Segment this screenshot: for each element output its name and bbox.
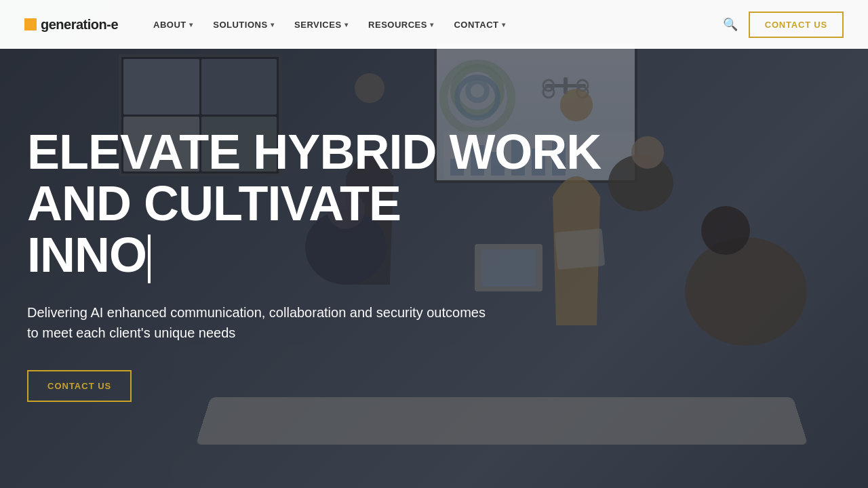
nav-links: ABOUT ▾ SOLUTIONS ▾ SERVICES ▾ RESOURCES… [145,14,723,35]
chevron-down-icon: ▾ [344,21,349,28]
hero-contact-us-button[interactable]: CONTACT US [27,370,132,402]
nav-contact-us-button[interactable]: CONTACT US [749,12,844,38]
nav-item-contact[interactable]: CONTACT ▾ [446,14,513,35]
hero-headline: ELEVATE HYBRID WORK AND CULTIVATE INNO [27,127,637,283]
navbar: generation-e ABOUT ▾ SOLUTIONS ▾ SERVICE… [0,0,868,49]
chevron-down-icon: ▾ [189,21,193,28]
nav-item-about[interactable]: ABOUT ▾ [145,14,201,35]
chevron-down-icon: ▾ [502,21,506,28]
search-icon[interactable]: 🔍 [723,17,738,32]
logo-text: generation-e [41,17,118,33]
nav-item-services[interactable]: SERVICES ▾ [286,14,356,35]
chevron-down-icon: ▾ [430,21,434,28]
logo-square [24,18,37,30]
hero-content: ELEVATE HYBRID WORK AND CULTIVATE INNO D… [0,0,868,488]
chevron-down-icon: ▾ [271,21,275,28]
logo[interactable]: generation-e [24,17,118,33]
nav-item-resources[interactable]: RESOURCES ▾ [360,14,441,35]
text-cursor [148,235,151,283]
nav-right: 🔍 CONTACT US [723,12,844,38]
hero-section: generation-e ABOUT ▾ SOLUTIONS ▾ SERVICE… [0,0,868,488]
hero-subtitle: Delivering AI enhanced communication, co… [27,302,488,343]
nav-item-solutions[interactable]: SOLUTIONS ▾ [205,14,282,35]
